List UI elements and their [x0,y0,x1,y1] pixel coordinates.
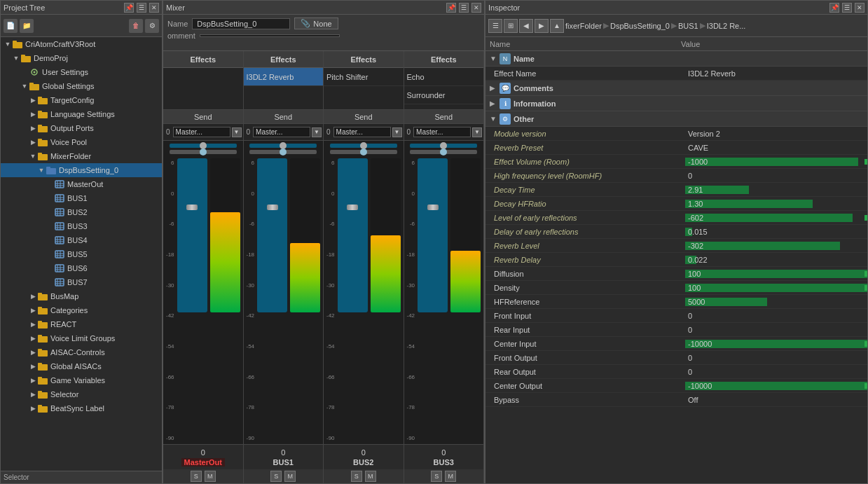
expand-icon-voicepool[interactable]: ▶ [29,138,37,146]
expand-icon-bus6[interactable] [46,264,54,272]
tree-item-react[interactable]: ▶REACT [1,317,162,331]
pan-knob-bus2[interactable] [360,148,367,155]
send-bus-btn-bus2[interactable]: ▼ [392,127,402,137]
tree-item-mixerfolder[interactable]: ▼MixerFolder [1,149,162,163]
mixer-menu-btn[interactable]: ☰ [459,3,469,13]
channel-mute-btn-bus2[interactable]: M [365,471,376,482]
fader-handle-masterout[interactable] [186,205,198,210]
tree-item-bus3[interactable]: BUS3 [1,219,162,233]
row-value-7[interactable]: 0.015 [685,228,867,236]
inspector-row-other-0[interactable]: Module versionVersion 2 [485,127,867,141]
expand-icon-busmap[interactable]: ▶ [29,292,37,300]
tree-item-aisaccontrols[interactable]: ▶AISAC-Controls [1,345,162,359]
nav-grid-btn[interactable]: ⊞ [504,19,518,33]
section-header-comments[interactable]: ▶ 💬 Comments [485,81,867,96]
tree-item-bus4[interactable]: BUS4 [1,233,162,247]
tree-item-globalsettings[interactable]: ▼Global Settings [1,79,162,93]
breadcrumb-item-0[interactable]: fixerFolder [565,22,602,30]
send-bus-btn-bus3[interactable]: ▼ [472,127,482,137]
send-slider-bus3[interactable] [410,144,477,148]
row-value-0[interactable]: Version 2 [685,130,867,138]
expand-icon-targetconfig[interactable]: ▶ [29,96,37,104]
delete-icon[interactable]: 🗑 [129,19,143,33]
inspector-row-other-8[interactable]: Reverb Level-302 [485,239,867,253]
inspector-row-other-19[interactable]: BypassOff [485,393,867,407]
tree-item-gamevariables[interactable]: ▶Game Variables [1,373,162,387]
tree-item-demoproj[interactable]: ▼DemoProj [1,51,162,65]
tree-item-bus2[interactable]: BUS2 [1,205,162,219]
expand-icon-categories[interactable]: ▶ [29,306,37,314]
fader-track-bus3[interactable] [418,158,448,312]
nav-up-btn[interactable]: ▲ [550,19,564,33]
inspector-row-other-12[interactable]: HFReference5000 [485,295,867,309]
tree-item-voicepool[interactable]: ▶Voice Pool [1,135,162,149]
row-value-14[interactable]: 0 [685,326,867,334]
pan-knob-bus1[interactable] [280,148,287,155]
row-value-3[interactable]: 0 [685,172,867,180]
inspector-row-other-18[interactable]: Center Output-10000 [485,379,867,393]
new-icon[interactable]: 📄 [4,19,18,33]
row-value-8[interactable]: -302 [685,242,867,250]
pan-slider-bus1[interactable] [249,150,317,154]
mixer-pin-btn[interactable]: 📌 [446,3,456,13]
section-header-other[interactable]: ▼ ⚙ Other [485,111,867,127]
tree-item-voicelimitgroups[interactable]: ▶Voice Limit Groups [1,331,162,345]
pan-slider-bus3[interactable] [410,150,477,154]
inspector-row-other-15[interactable]: Center Input-10000 [485,337,867,351]
mixer-none-btn[interactable]: 📎 None [294,18,338,29]
expand-icon-langsettings[interactable]: ▶ [29,110,37,118]
expand-icon-dspbussetting0[interactable]: ▼ [37,166,46,174]
send-bus-label-bus3[interactable]: Master... [413,127,471,137]
inspector-row-other-4[interactable]: Decay Time2.91 [485,183,867,197]
tree-item-categories[interactable]: ▶Categories [1,303,162,317]
channel-solo-btn-bus3[interactable]: S [431,471,442,482]
inspector-row-name-0[interactable]: Effect NameI3DL2 Reverb [485,67,867,81]
folder-icon[interactable]: 📁 [20,19,34,33]
send-slider-masterout[interactable] [170,144,237,148]
inspector-pin-btn[interactable]: 📌 [829,3,839,13]
expand-icon-globalsettings[interactable]: ▼ [20,82,29,90]
expand-icon-voicelimitgroups[interactable]: ▶ [29,334,37,343]
nav-list-btn[interactable]: ☰ [488,19,502,33]
section-header-name[interactable]: ▼ N Name [485,51,867,67]
row-value-15[interactable]: -10000 [685,340,867,348]
fader-handle-bus1[interactable] [267,205,278,210]
expand-icon-globalaisacs[interactable]: ▶ [29,362,37,371]
expand-icon-aisaccontrols[interactable]: ▶ [29,348,37,357]
inspector-row-other-9[interactable]: Reverb Delay0.022 [485,253,867,267]
fader-handle-bus2[interactable] [347,205,358,210]
expand-icon-root[interactable]: ▼ [4,40,12,48]
expand-icon-bus5[interactable] [46,250,54,258]
pin-btn[interactable]: 📌 [124,3,134,13]
effect-item-surrounder[interactable]: Surrounder [404,86,484,104]
row-value-5[interactable]: 1.30 [685,200,867,208]
expand-icon-beatsynclabel[interactable]: ▶ [29,404,37,413]
row-value-0[interactable]: I3DL2 Reverb [685,69,867,78]
breadcrumb-item-3[interactable]: I3DL2 Re... [707,22,746,30]
tree-item-beatsynclabel[interactable]: ▶BeatSync Label [1,401,162,415]
section-header-information[interactable]: ▶ ℹ Information [485,96,867,111]
mixer-comment-value[interactable] [200,34,340,37]
expand-icon-bus2[interactable] [46,208,54,216]
row-value-6[interactable]: -602 [685,214,867,222]
breadcrumb-item-1[interactable]: DspBusSetting_0 [610,22,670,30]
send-bus-btn-masterout[interactable]: ▼ [232,127,242,137]
expand-icon-mixerfolder[interactable]: ▼ [29,152,37,160]
expand-icon-selector[interactable]: ▶ [29,390,37,399]
inspector-row-other-11[interactable]: Density100 [485,281,867,295]
tree-item-targetconfig[interactable]: ▶TargetConfig [1,93,162,107]
tree-item-root[interactable]: ▼CriAtomCraftV3Root [1,37,162,51]
channel-mute-btn-bus3[interactable]: M [445,471,456,482]
expand-icon-gamevariables[interactable]: ▶ [29,376,37,385]
row-value-19[interactable]: Off [685,396,867,404]
channel-mute-btn-bus1[interactable]: M [284,471,296,482]
tree-item-bus1[interactable]: BUS1 [1,191,162,205]
mixer-name-value[interactable]: DspBusSetting_0 [192,18,290,29]
expand-icon-bus4[interactable] [46,236,54,244]
row-value-2[interactable]: -1000 [685,158,867,166]
tree-item-langsettings[interactable]: ▶Language Settings [1,107,162,121]
pan-knob-masterout[interactable] [200,148,207,155]
inspector-row-other-5[interactable]: Decay HFRatio1.30 [485,197,867,211]
nav-back-btn[interactable]: ◀ [519,19,533,33]
channel-solo-btn-bus1[interactable]: S [270,471,282,482]
